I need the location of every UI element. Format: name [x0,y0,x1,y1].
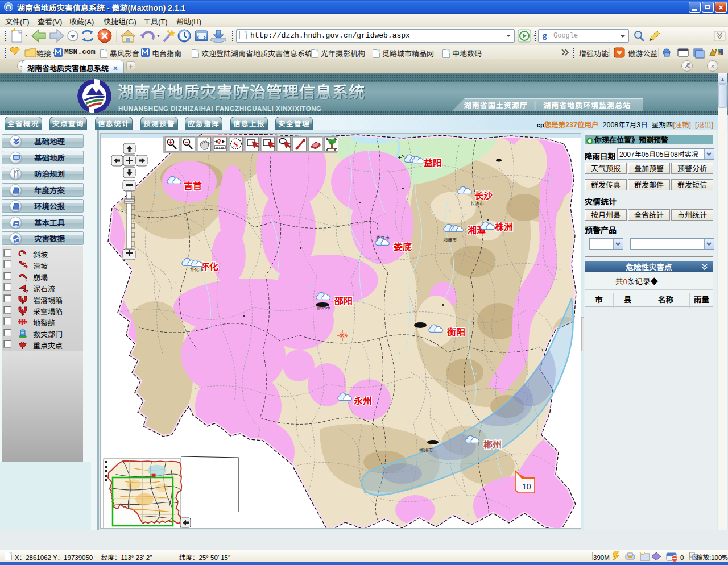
svg-text:吉首: 吉首 [184,178,202,192]
svg-text:?: ? [217,138,221,145]
svg-text:怀化市: 怀化市 [190,266,204,272]
svg-text:郴州: 郴州 [483,437,502,451]
svg-text:长沙市: 长沙市 [470,200,484,206]
svg-text:湘潭市: 湘潭市 [443,236,457,243]
svg-text:娄底: 娄底 [394,239,412,253]
svg-text:株洲: 株洲 [495,219,513,233]
svg-text:S: S [233,140,238,149]
svg-text:邵阳: 邵阳 [334,293,353,307]
svg-text:10: 10 [522,482,531,491]
svg-text:益阳: 益阳 [424,155,442,169]
svg-text:永州: 永州 [353,393,372,407]
svg-text:衡阳: 衡阳 [447,325,465,338]
svg-text:郴州市: 郴州市 [419,447,433,453]
